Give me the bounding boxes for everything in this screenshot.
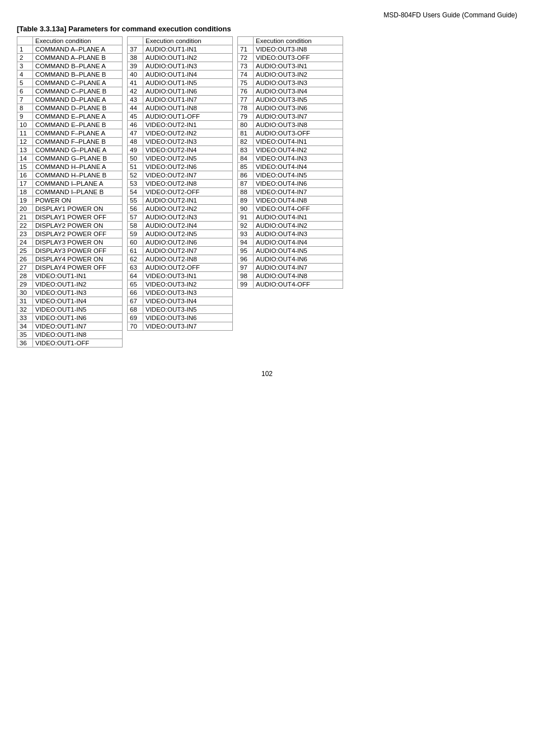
table-row: 59AUDIO:OUT2-IN5 <box>128 230 233 238</box>
table-row: 99AUDIO:OUT4-OFF <box>238 280 343 289</box>
table-row: 23DISPLAY2 POWER OFF <box>17 230 123 238</box>
table-row: 51VIDEO:OUT2-IN6 <box>128 163 233 171</box>
table-row: 69VIDEO:OUT3-IN6 <box>128 314 233 322</box>
table-row: 97AUDIO:OUT4-IN7 <box>238 264 343 272</box>
table-row: 91AUDIO:OUT4-IN1 <box>238 213 343 222</box>
table-row: 49VIDEO:OUT2-IN4 <box>128 146 233 154</box>
table-row: 58AUDIO:OUT2-IN4 <box>128 222 233 230</box>
table-row: 25DISPLAY3 POWER OFF <box>17 247 123 255</box>
table-row: 1COMMAND A–PLANE A <box>17 45 123 54</box>
table-row: 29VIDEO:OUT1-IN2 <box>17 280 123 289</box>
table-row: 85VIDEO:OUT4-IN4 <box>238 163 343 171</box>
table-row: 63AUDIO:OUT2-OFF <box>128 264 233 272</box>
table-row: 22DISPLAY2 POWER ON <box>17 222 123 230</box>
table-row: 32VIDEO:OUT1-IN5 <box>17 306 123 314</box>
table-row: 16COMMAND H–PLANE B <box>17 171 123 180</box>
table-row: 53VIDEO:OUT2-IN8 <box>128 180 233 188</box>
table-row: 13COMMAND G–PLANE A <box>17 146 123 154</box>
table-row: 80AUDIO:OUT3-IN8 <box>238 121 343 129</box>
table1: Execution condition 1COMMAND A–PLANE A 2… <box>17 36 123 348</box>
table-row: 52VIDEO:OUT2-IN7 <box>128 171 233 180</box>
table-row: 46VIDEO:OUT2-IN1 <box>128 121 233 129</box>
table-row: 71VIDEO:OUT3-IN8 <box>238 45 343 54</box>
table-row: 87VIDEO:OUT4-IN6 <box>238 180 343 188</box>
table-row: 94AUDIO:OUT4-IN4 <box>238 238 343 247</box>
table3: Execution condition 71VIDEO:OUT3-IN8 72V… <box>237 36 343 289</box>
table-row: 89VIDEO:OUT4-IN8 <box>238 196 343 205</box>
table-row: 83VIDEO:OUT4-IN2 <box>238 146 343 154</box>
table-row: 40AUDIO:OUT1-IN4 <box>128 71 233 79</box>
table-row: 64VIDEO:OUT3-IN1 <box>128 272 233 280</box>
table-row: 95AUDIO:OUT4-IN5 <box>238 247 343 255</box>
table-row: 27DISPLAY4 POWER OFF <box>17 264 123 272</box>
table-row: 9COMMAND E–PLANE A <box>17 112 123 121</box>
table3-header-num <box>238 37 254 45</box>
table-row: 98AUDIO:OUT4-IN8 <box>238 272 343 280</box>
table-row: 3COMMAND B–PLANE A <box>17 62 123 71</box>
table-row: 62AUDIO:OUT2-IN8 <box>128 255 233 264</box>
table-row: 39AUDIO:OUT1-IN3 <box>128 62 233 71</box>
tables-container: Execution condition 1COMMAND A–PLANE A 2… <box>17 36 517 348</box>
table1-header: Execution condition <box>17 37 123 45</box>
table-row: 78AUDIO:OUT3-IN6 <box>238 104 343 112</box>
header-title: MSD-804FD Users Guide (Command Guide) <box>383 11 517 19</box>
table-row: 84VIDEO:OUT4-IN3 <box>238 154 343 163</box>
table-title: [Table 3.3.13a] Parameters for command e… <box>17 25 517 33</box>
page-footer: 102 <box>17 370 517 378</box>
table-row: 44AUDIO:OUT1-IN8 <box>128 104 233 112</box>
table3-header: Execution condition <box>238 37 343 45</box>
table-row: 86VIDEO:OUT4-IN5 <box>238 171 343 180</box>
table-row: 7COMMAND D–PLANE A <box>17 96 123 104</box>
table-row: 2COMMAND A–PLANE B <box>17 54 123 62</box>
table-row: 38AUDIO:OUT1-IN2 <box>128 54 233 62</box>
table1-header-num <box>17 37 33 45</box>
table-row: 47VIDEO:OUT2-IN2 <box>128 129 233 138</box>
table-row: 50VIDEO:OUT2-IN5 <box>128 154 233 163</box>
table-row: 45AUDIO:OUT1-OFF <box>128 112 233 121</box>
table-row: 31VIDEO:OUT1-IN4 <box>17 297 123 306</box>
table-row: 81AUDIO:OUT3-OFF <box>238 129 343 138</box>
table-row: 75AUDIO:OUT3-IN3 <box>238 79 343 87</box>
table-row: 72VIDEO:OUT3-OFF <box>238 54 343 62</box>
table-row: 61AUDIO:OUT2-IN7 <box>128 247 233 255</box>
table2-header-num <box>128 37 143 45</box>
table-row: 90VIDEO:OUT4-OFF <box>238 205 343 213</box>
table-row: 92AUDIO:OUT4-IN2 <box>238 222 343 230</box>
table-row: 79AUDIO:OUT3-IN7 <box>238 112 343 121</box>
table-row: 14COMMAND G–PLANE B <box>17 154 123 163</box>
table-row: 8COMMAND D–PLANE B <box>17 104 123 112</box>
table-row: 76AUDIO:OUT3-IN4 <box>238 87 343 96</box>
table-row: 93AUDIO:OUT4-IN3 <box>238 230 343 238</box>
table-row: 6COMMAND C–PLANE B <box>17 87 123 96</box>
page-number: 102 <box>261 370 273 378</box>
table2-header-exec: Execution condition <box>143 37 233 45</box>
table-row: 33VIDEO:OUT1-IN6 <box>17 314 123 322</box>
table-row: 21DISPLAY1 POWER OFF <box>17 213 123 222</box>
table2-header: Execution condition <box>128 37 233 45</box>
table-row: 24DISPLAY3 POWER ON <box>17 238 123 247</box>
table-row: 54VIDEO:OUT2-OFF <box>128 188 233 196</box>
table-row: 11COMMAND F–PLANE A <box>17 129 123 138</box>
table-row: 15COMMAND H–PLANE A <box>17 163 123 171</box>
table-row: 36VIDEO:OUT1-OFF <box>17 339 123 348</box>
table-row: 26DISPLAY4 POWER ON <box>17 255 123 264</box>
table-row: 65VIDEO:OUT3-IN2 <box>128 280 233 289</box>
table-row: 41AUDIO:OUT1-IN5 <box>128 79 233 87</box>
table-row: 10COMMAND E–PLANE B <box>17 121 123 129</box>
table-row: 12COMMAND F–PLANE B <box>17 138 123 146</box>
table-row: 34VIDEO:OUT1-IN7 <box>17 322 123 331</box>
table-row: 35VIDEO:OUT1-IN8 <box>17 331 123 339</box>
table-row: 74AUDIO:OUT3-IN2 <box>238 71 343 79</box>
table-row: 96AUDIO:OUT4-IN6 <box>238 255 343 264</box>
table3-header-exec: Execution condition <box>254 37 343 45</box>
table-row: 43AUDIO:OUT1-IN7 <box>128 96 233 104</box>
table-row: 4COMMAND B–PLANE B <box>17 71 123 79</box>
table-row: 19POWER ON <box>17 196 123 205</box>
table-row: 5COMMAND C–PLANE A <box>17 79 123 87</box>
table-row: 56AUDIO:OUT2-IN2 <box>128 205 233 213</box>
table-row: 42AUDIO:OUT1-IN6 <box>128 87 233 96</box>
table-row: 82VIDEO:OUT4-IN1 <box>238 138 343 146</box>
table-row: 17COMMAND I–PLANE A <box>17 180 123 188</box>
table-row: 28VIDEO:OUT1-IN1 <box>17 272 123 280</box>
table-row: 70VIDEO:OUT3-IN7 <box>128 322 233 331</box>
